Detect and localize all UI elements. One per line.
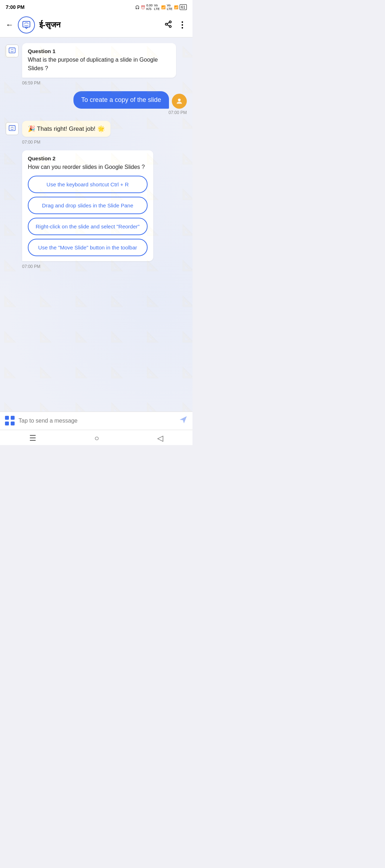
- alarm-icon: ⏰: [141, 5, 145, 9]
- option-button-3[interactable]: Right-click on the slide and select "Reo…: [28, 218, 148, 235]
- svg-point-2: [165, 23, 168, 25]
- status-icons: 🎧 ⏰ 0.00K/S VoLTE 📶 VoLTE 📶 61: [135, 4, 187, 11]
- question2-bubble: Question 2 How can you reorder slides in…: [22, 150, 153, 261]
- svg-point-1: [169, 21, 171, 23]
- option-button-1[interactable]: Use the keyboard shortcut Ctrl + R: [28, 176, 148, 193]
- network-info: 0.00K/S: [147, 4, 153, 11]
- signal-bars-2: 📶: [174, 5, 178, 9]
- feedback-timestamp: 07:00 PM: [22, 140, 187, 145]
- svg-point-7: [178, 99, 180, 101]
- question1-timestamp: 06:59 PM: [22, 81, 187, 86]
- question2-timestamp: 07:00 PM: [22, 264, 187, 269]
- signal-vo-4g-1: VoLTE: [154, 4, 160, 11]
- grid-dot-1: [5, 416, 9, 420]
- question1-bubble: Question 1 What is the purpose of duplic…: [22, 43, 176, 78]
- question2-message: Question 2 How can you reorder slides in…: [6, 150, 187, 261]
- grid-icon[interactable]: [5, 416, 15, 426]
- headphone-icon: 🎧: [135, 5, 139, 9]
- grid-dot-2: [11, 416, 15, 420]
- answer1-bubble: To create a copy of the slide: [73, 91, 169, 109]
- signal-bars-1: 📶: [161, 5, 165, 9]
- user-avatar: [172, 94, 187, 109]
- svg-line-4: [167, 25, 169, 26]
- grid-dot-4: [11, 422, 15, 425]
- app-title: ई-सृजन: [39, 20, 160, 30]
- status-time: 7:00 PM: [6, 4, 25, 10]
- signal-vo-4g-2: VoLTE: [167, 4, 173, 11]
- chat-area: Question 1 What is the purpose of duplic…: [0, 37, 192, 412]
- options-container: Use the keyboard shortcut Ctrl + R Drag …: [28, 176, 148, 256]
- svg-line-5: [167, 22, 169, 24]
- answer1-timestamp: 07:00 PM: [6, 110, 187, 115]
- question1-message: Question 1 What is the purpose of duplic…: [6, 43, 187, 78]
- send-icon[interactable]: [179, 415, 188, 426]
- option-button-2[interactable]: Drag and drop slides in the Slide Pane: [28, 197, 148, 214]
- bot-icon-1: [6, 45, 19, 57]
- header-icons: ⋮: [164, 20, 187, 30]
- question1-text: What is the purpose of duplicating a sli…: [28, 56, 170, 73]
- back-nav-icon[interactable]: ◁: [157, 434, 163, 443]
- more-menu-icon[interactable]: ⋮: [178, 20, 187, 30]
- message-input[interactable]: [19, 418, 175, 424]
- share-icon[interactable]: [164, 20, 172, 30]
- option-button-4[interactable]: Use the "Move Slide" button in the toolb…: [28, 239, 148, 256]
- status-bar: 7:00 PM 🎧 ⏰ 0.00K/S VoLTE 📶 VoLTE 📶 61: [0, 0, 192, 13]
- svg-rect-0: [23, 21, 30, 27]
- battery-icon: 61: [180, 4, 187, 10]
- nav-bar: ☰ ○ ◁: [0, 430, 192, 445]
- home-nav-icon[interactable]: ○: [94, 434, 99, 443]
- question1-label: Question 1: [28, 48, 170, 54]
- feedback-bubble: 🎉 Thats right! Great job! 🌟: [22, 121, 111, 137]
- back-button[interactable]: ←: [6, 20, 14, 30]
- app-logo: [18, 16, 35, 33]
- svg-rect-6: [9, 48, 15, 53]
- hamburger-nav-icon[interactable]: ☰: [29, 434, 36, 443]
- answer1-row: To create a copy of the slide: [6, 91, 187, 109]
- app-bar: ← ई-सृजन ⋮: [0, 13, 192, 37]
- question2-label: Question 2: [28, 155, 148, 161]
- svg-rect-8: [9, 125, 15, 130]
- input-bar: [0, 412, 192, 430]
- svg-point-3: [169, 25, 171, 27]
- feedback-message: 🎉 Thats right! Great job! 🌟: [6, 121, 187, 137]
- bot-icon-2: [6, 122, 19, 135]
- question2-text: How can you reorder slides in Google Sli…: [28, 163, 148, 171]
- grid-dot-3: [5, 422, 9, 425]
